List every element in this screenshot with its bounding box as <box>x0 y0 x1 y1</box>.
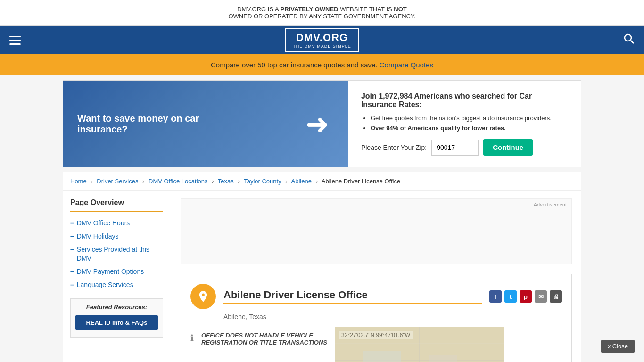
svg-point-0 <box>625 34 631 41</box>
sidebar-link-hours[interactable]: DMV Office Hours <box>77 219 130 227</box>
arrow-right-icon: ➜ <box>305 107 329 140</box>
twitter-icon[interactable]: t <box>504 290 517 303</box>
zip-label: Please Enter Your Zip: <box>361 144 427 151</box>
svg-rect-7 <box>363 351 401 362</box>
disclaimer-line2: OWNED OR OPERATED BY ANY STATE GOVERNMEN… <box>9 13 635 20</box>
separator: › <box>142 178 144 185</box>
info-icon: ℹ <box>190 333 194 346</box>
separator: › <box>212 178 214 185</box>
svg-line-1 <box>631 41 634 43</box>
car-insurance-ad: Want to save money on car insurance? ➜ J… <box>63 80 581 167</box>
ad-label: Advertisement <box>534 202 567 207</box>
featured-resources: Featured Resources: REAL ID Info & FAQs <box>70 298 163 338</box>
car-insurance-right: Join 1,972,984 Americans who searched fo… <box>348 81 581 167</box>
sidebar: Page Overview – DMV Office Hours – DMV H… <box>63 191 171 362</box>
sidebar-nav: – DMV Office Hours – DMV Holidays – Serv… <box>70 219 163 289</box>
car-insurance-left-text: Want to save money on car insurance? <box>77 113 231 135</box>
office-title-area: Abilene Driver License Office <box>223 289 482 304</box>
notice-subtitle: REGISTRATION OR TITLE TRANSACTIONS <box>201 339 327 346</box>
office-card: Abilene Driver License Office f t p ✉ 🖨 … <box>181 274 572 362</box>
map-area: 32°27'02.7"N 99°47'01.6"W View larger ma… <box>335 327 504 362</box>
notice-title: OFFICE DOES NOT HANDLE VEHICLE <box>201 332 313 339</box>
office-title-underline <box>223 303 482 304</box>
breadcrumb-dmv-locations[interactable]: DMV Office Locations <box>149 178 207 185</box>
dash-icon: – <box>70 281 74 288</box>
zip-input[interactable] <box>431 140 479 156</box>
sidebar-title: Page Overview <box>70 198 163 212</box>
bullet-2: Over 94% of Americans qualify for lower … <box>371 124 568 132</box>
main-content: Advertisement Abilene Driver License Off… <box>171 191 581 362</box>
breadcrumb: Home › Driver Services › DMV Office Loca… <box>63 172 581 191</box>
main-wrapper: Home › Driver Services › DMV Office Loca… <box>63 172 581 362</box>
nav-header: DMV.ORG THE DMV MADE SIMPLE <box>0 26 644 54</box>
sidebar-link-holidays[interactable]: DMV Holidays <box>77 232 119 240</box>
office-title: Abilene Driver License Office <box>223 289 482 301</box>
breadcrumb-texas[interactable]: Texas <box>218 178 234 185</box>
bullet-1: Get free quotes from the nation's bigges… <box>371 115 568 122</box>
compare-quotes-link[interactable]: Compare Quotes <box>380 61 433 69</box>
facebook-icon[interactable]: f <box>489 290 502 303</box>
disclaimer-bar: DMV.ORG IS A PRIVATELY OWNED WEBSITE THA… <box>0 0 644 26</box>
pinterest-icon[interactable]: p <box>520 290 532 303</box>
separator: › <box>285 178 287 185</box>
separator: › <box>238 178 239 185</box>
sidebar-item-hours: – DMV Office Hours <box>70 219 163 227</box>
office-social: f t p ✉ 🖨 <box>489 290 562 303</box>
sidebar-item-services: – Services Provided at this DMV <box>70 245 163 262</box>
separator: › <box>91 178 92 185</box>
featured-resources-title: Featured Resources: <box>75 304 158 311</box>
disclaimer-line1: DMV.ORG IS A PRIVATELY OWNED WEBSITE THA… <box>9 6 635 13</box>
breadcrumb-driver-services[interactable]: Driver Services <box>97 178 138 185</box>
email-icon[interactable]: ✉ <box>535 290 547 303</box>
print-icon[interactable]: 🖨 <box>550 290 562 303</box>
insurance-banner: Compare over 50 top car insurance quotes… <box>0 54 644 75</box>
zip-row: Please Enter Your Zip: Continue <box>361 139 568 156</box>
hamburger-menu[interactable] <box>9 36 21 45</box>
notice-text: OFFICE DOES NOT HANDLE VEHICLE REGISTRAT… <box>201 332 327 346</box>
logo-subtext: THE DMV MADE SIMPLE <box>293 44 351 49</box>
dash-icon: – <box>70 246 74 253</box>
svg-rect-8 <box>429 355 457 362</box>
office-location-text: Abilene, Texas <box>223 313 562 321</box>
office-location-icon <box>190 284 216 309</box>
sidebar-link-services[interactable]: Services Provided at this DMV <box>77 245 163 262</box>
sidebar-item-language: – Language Services <box>70 280 163 289</box>
breadcrumb-abilene[interactable]: Abilene <box>291 178 312 185</box>
logo-text: DMV.ORG <box>293 32 351 44</box>
dash-icon: – <box>70 268 74 275</box>
car-insurance-bullets: Get free quotes from the nation's bigges… <box>371 115 568 132</box>
breadcrumb-home[interactable]: Home <box>70 178 87 185</box>
sidebar-link-payment[interactable]: DMV Payment Options <box>77 267 144 276</box>
site-logo[interactable]: DMV.ORG THE DMV MADE SIMPLE <box>285 28 359 52</box>
close-button[interactable]: x Close <box>601 340 635 353</box>
content-layout: Page Overview – DMV Office Hours – DMV H… <box>63 191 581 362</box>
sidebar-item-payment: – DMV Payment Options <box>70 267 163 276</box>
breadcrumb-current: Abilene Driver License Office <box>322 178 400 185</box>
insurance-banner-text: Compare over 50 top car insurance quotes… <box>211 61 378 69</box>
dash-icon: – <box>70 219 74 227</box>
breadcrumb-taylor-county[interactable]: Taylor County <box>244 178 281 185</box>
dash-icon: – <box>70 232 74 240</box>
advertisement-area: Advertisement <box>181 198 572 264</box>
sidebar-link-language[interactable]: Language Services <box>77 280 133 289</box>
real-id-btn[interactable]: REAL ID Info & FAQs <box>75 315 158 330</box>
car-insurance-heading: Join 1,972,984 Americans who searched fo… <box>361 92 568 109</box>
continue-button[interactable]: Continue <box>483 139 533 156</box>
separator: › <box>316 178 318 185</box>
search-icon[interactable] <box>623 33 635 47</box>
office-notice: ℹ OFFICE DOES NOT HANDLE VEHICLE REGISTR… <box>190 332 327 346</box>
car-insurance-left: Want to save money on car insurance? ➜ <box>63 81 348 167</box>
sidebar-item-holidays: – DMV Holidays <box>70 232 163 240</box>
office-header: Abilene Driver License Office f t p ✉ 🖨 <box>190 284 562 309</box>
